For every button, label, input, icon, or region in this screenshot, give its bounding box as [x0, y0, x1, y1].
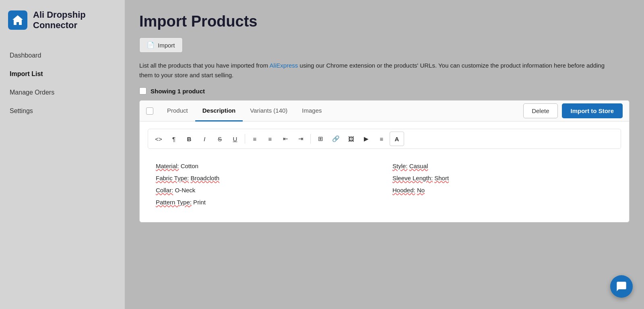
toolbar-separator-2 [310, 134, 311, 144]
toolbar-separator-1 [245, 134, 245, 144]
chat-bubble[interactable] [610, 275, 633, 298]
desc-sleeve-length: Sleeve Length: Short [392, 172, 613, 184]
toolbar-link-btn[interactable]: 🔗 [328, 132, 343, 146]
sidebar: Ali DropshipConnector Dashboard Import L… [0, 0, 125, 309]
desc-hooded: Hooded: No [392, 184, 613, 196]
editor-toolbar: <> ¶ B I S U ≡ ≡ ⇤ ⇥ ⊞ 🔗 🖼 ▶ ≡ A [148, 129, 621, 149]
sidebar-item-dashboard[interactable]: Dashboard [0, 46, 125, 65]
toolbar-code-btn[interactable]: <> [151, 132, 166, 146]
showing-bar: Showing 1 product [139, 87, 630, 95]
product-checkbox[interactable] [146, 107, 153, 115]
desc-collar: Collar: O-Neck [156, 184, 376, 196]
home-icon [12, 14, 24, 26]
toolbar-outdent-btn[interactable]: ⇤ [278, 132, 293, 146]
tab-images[interactable]: Images [295, 101, 329, 122]
chat-icon [616, 281, 627, 292]
desc-pattern-type: Pattern Type: Print [156, 196, 376, 208]
toolbar-table-btn[interactable]: ⊞ [313, 132, 328, 146]
tab-product[interactable]: Product [160, 101, 195, 122]
sidebar-item-import-list[interactable]: Import List [0, 65, 125, 83]
toolbar-italic-btn[interactable]: I [197, 132, 212, 146]
toolbar-strikethrough-btn[interactable]: S [213, 132, 227, 146]
tabs-row: Product Description Variants (140) Image… [140, 101, 629, 122]
sidebar-item-settings[interactable]: Settings [0, 102, 125, 120]
main-content: Import Products 📄 Import List all the pr… [125, 0, 644, 309]
desc-left: Material: Cotton Fabric Type: Broadcloth… [156, 160, 376, 208]
toolbar-ordered-list-btn[interactable]: ≡ [263, 132, 277, 146]
showing-label: Showing 1 product [151, 88, 205, 95]
toolbar-video-btn[interactable]: ▶ [359, 132, 374, 146]
delete-button[interactable]: Delete [523, 103, 557, 118]
import-button-label: Import [158, 42, 175, 49]
desc-material: Material: Cotton [156, 160, 376, 172]
desc-style: Style: Casual [392, 160, 613, 172]
description-content: Material: Cotton Fabric Type: Broadcloth… [148, 156, 621, 212]
import-file-icon: 📄 [147, 41, 155, 49]
toolbar-text-color-btn[interactable]: A [390, 132, 404, 146]
description-text: List all the products that you have impo… [139, 61, 614, 80]
sidebar-nav: Dashboard Import List Manage Orders Sett… [0, 42, 125, 124]
sidebar-item-manage-orders[interactable]: Manage Orders [0, 83, 125, 102]
toolbar-align-btn[interactable]: ≡ [374, 132, 389, 146]
toolbar-unordered-list-btn[interactable]: ≡ [248, 132, 262, 146]
editor-area: <> ¶ B I S U ≡ ≡ ⇤ ⇥ ⊞ 🔗 🖼 ▶ ≡ A [140, 122, 629, 222]
select-all-checkbox[interactable] [139, 87, 147, 95]
toolbar-image-btn[interactable]: 🖼 [344, 132, 358, 146]
desc-right: Style: Casual Sleeve Length: Short Hoode… [392, 160, 613, 208]
sidebar-logo: Ali DropshipConnector [0, 0, 125, 42]
logo-text: Ali DropshipConnector [33, 10, 86, 31]
toolbar-paragraph-btn[interactable]: ¶ [167, 132, 181, 146]
import-to-store-button[interactable]: Import to Store [562, 103, 623, 118]
tab-variants[interactable]: Variants (140) [243, 101, 295, 122]
import-button[interactable]: 📄 Import [139, 37, 183, 53]
logo-icon [8, 10, 27, 30]
page-title: Import Products [139, 13, 630, 30]
toolbar-indent-btn[interactable]: ⇥ [293, 132, 308, 146]
aliexpress-link[interactable]: AliExpress [270, 62, 298, 69]
toolbar-underline-btn[interactable]: U [228, 132, 242, 146]
desc-fabric-type: Fabric Type: Broadcloth [156, 172, 376, 184]
toolbar-bold-btn[interactable]: B [182, 132, 196, 146]
product-card: Product Description Variants (140) Image… [139, 100, 630, 222]
tab-description[interactable]: Description [195, 101, 243, 122]
